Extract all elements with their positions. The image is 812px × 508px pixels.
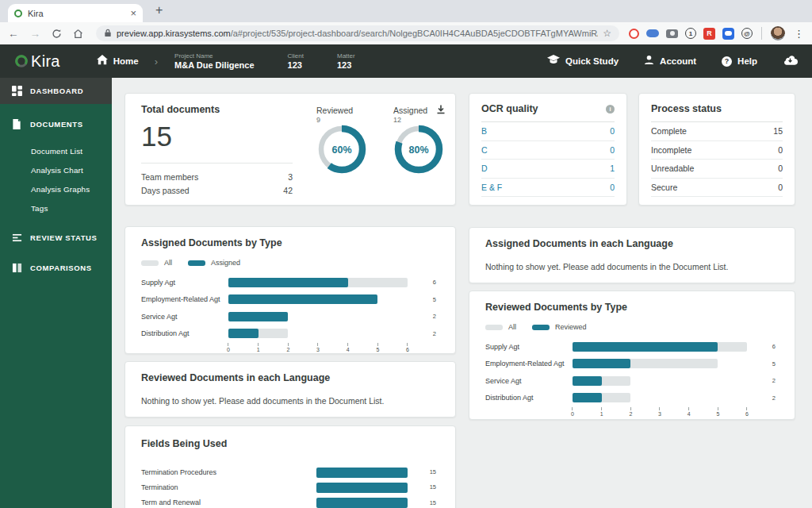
assigned-by-type-chart: AllAssignedSupply Agt6Employment-Related… bbox=[141, 259, 439, 356]
card-title: Process status bbox=[651, 103, 722, 114]
forward-icon[interactable]: → bbox=[30, 28, 41, 40]
graduation-cap-icon bbox=[547, 54, 560, 68]
sidebar-nav: DASHBOARDDOCUMENTSDocument ListAnalysis … bbox=[0, 78, 112, 508]
legend-swatch bbox=[532, 325, 550, 330]
svg-text:80%: 80% bbox=[408, 144, 428, 156]
browser-tab[interactable]: Kira × bbox=[8, 4, 143, 22]
sidebar-item-comparisons[interactable]: COMPARISONS bbox=[0, 255, 112, 281]
sidebar-item-analysis-chart[interactable]: Analysis Chart bbox=[0, 160, 112, 179]
reviewed-documents-by-type-card: Reviewed Documents by Type AllReviewedSu… bbox=[469, 291, 795, 420]
kira-favicon-icon bbox=[14, 10, 22, 17]
table-row[interactable]: C0 bbox=[481, 141, 615, 160]
download-button[interactable] bbox=[435, 104, 446, 118]
chart-bar-row: Distribution Agt2 bbox=[141, 325, 439, 343]
assigned-documents-language-card: Assigned Documents in each Language Noth… bbox=[469, 227, 795, 283]
kira-logo[interactable]: Kira bbox=[14, 52, 60, 71]
address-bar[interactable]: preview.app.kirasystems.com/a#project/53… bbox=[96, 25, 619, 41]
extension-circle-icon[interactable] bbox=[629, 29, 639, 39]
browser-tab-strip: Kira × + bbox=[0, 0, 812, 22]
chart-title: Reviewed Documents in each Language bbox=[141, 372, 439, 383]
matter-label: Matter bbox=[337, 52, 355, 60]
extension-key-icon[interactable] bbox=[646, 29, 659, 37]
cloud-download-icon bbox=[783, 54, 798, 68]
sidebar-item-dashboard[interactable]: DASHBOARD bbox=[0, 78, 112, 104]
comparisons-icon bbox=[12, 263, 23, 273]
divider bbox=[141, 163, 293, 164]
info-icon[interactable]: i bbox=[606, 105, 615, 114]
chart-bar-row: Service Agt2 bbox=[141, 308, 439, 325]
review-status-icon bbox=[12, 233, 23, 243]
donut-reviewed: Reviewed960% bbox=[316, 106, 367, 205]
extension-chat-icon[interactable] bbox=[722, 28, 734, 40]
reviewed-by-type-chart: AllReviewedSupply Agt6Employment-Related… bbox=[485, 323, 779, 421]
help-button[interactable]: ? Help bbox=[722, 56, 757, 67]
sidebar-item-label: Document List bbox=[31, 147, 82, 156]
project-name-value: M&A Due Diligence bbox=[174, 60, 254, 70]
empty-state-message: Nothing to show yet. Please add document… bbox=[485, 262, 779, 271]
chart-bar-row: Termination15 bbox=[141, 479, 439, 495]
client-block: Client 123 bbox=[288, 52, 304, 70]
sidebar-item-label: REVIEW STATUS bbox=[30, 233, 98, 242]
sidebar-item-tags[interactable]: Tags bbox=[0, 198, 112, 217]
client-value: 123 bbox=[288, 60, 304, 70]
sidebar-item-documents[interactable]: DOCUMENTS bbox=[0, 111, 112, 137]
table-row[interactable]: D1 bbox=[481, 160, 615, 179]
profile-avatar[interactable] bbox=[771, 26, 785, 40]
back-icon[interactable]: ← bbox=[8, 28, 19, 40]
tab-close-icon[interactable]: × bbox=[130, 8, 136, 18]
empty-state-message: Nothing to show yet. Please add document… bbox=[141, 396, 439, 406]
project-name-label: Project Name bbox=[174, 52, 254, 60]
chart-bar-row: Employment-Related Agt5 bbox=[141, 291, 439, 309]
extension-camera-icon[interactable] bbox=[666, 29, 678, 38]
fields-being-used-chart: Termination Procedures15Termination15Ter… bbox=[141, 464, 439, 508]
toolbar-divider bbox=[761, 27, 762, 40]
card-title: Total documents bbox=[141, 104, 293, 115]
table-row: Secure0 bbox=[651, 179, 783, 198]
browser-window: Kira × + ← → preview.app.kirasystems.com… bbox=[0, 0, 812, 508]
table-row: Incomplete0 bbox=[651, 141, 783, 160]
help-icon: ? bbox=[722, 56, 732, 67]
fields-being-used-card: Fields Being Used Termination Procedures… bbox=[124, 425, 456, 508]
summary-stats: Team members3Days passed42 bbox=[141, 170, 293, 197]
extension-r-icon[interactable]: R bbox=[703, 28, 715, 40]
account-button[interactable]: Account bbox=[644, 54, 696, 68]
home-link[interactable]: Home bbox=[113, 56, 139, 66]
legend-swatch bbox=[188, 260, 205, 266]
cloud-download-button[interactable] bbox=[783, 54, 798, 68]
reload-icon[interactable] bbox=[52, 29, 62, 39]
chart-bar-row: Service Agt2 bbox=[485, 372, 779, 390]
person-icon bbox=[644, 54, 654, 68]
breadcrumb: Home › bbox=[97, 54, 168, 68]
donut-assigned: Assigned1280% bbox=[393, 106, 444, 205]
chart-title: Reviewed Documents by Type bbox=[485, 302, 779, 313]
bookmark-star-icon[interactable]: ☆ bbox=[603, 28, 611, 39]
sidebar-item-review-status[interactable]: REVIEW STATUS bbox=[0, 225, 112, 251]
table-row[interactable]: B0 bbox=[481, 122, 615, 141]
chart-bar-row: Term and Renewal15 bbox=[141, 495, 439, 508]
card-title: OCR quality bbox=[481, 103, 538, 114]
browser-toolbar: ← → preview.app.kirasystems.com/a#projec… bbox=[0, 22, 812, 44]
home-icon[interactable] bbox=[73, 29, 83, 39]
table-row[interactable]: E & F0 bbox=[481, 179, 615, 198]
donut-group: Reviewed960%Assigned1280% bbox=[293, 104, 444, 205]
table-row: Complete15 bbox=[651, 122, 783, 141]
home-nav-icon[interactable] bbox=[97, 54, 108, 68]
ocr-rows: B0C0D1E & F0 bbox=[481, 122, 615, 197]
chart-x-axis: 0123456 bbox=[485, 406, 779, 421]
browser-menu-icon[interactable]: ⋮ bbox=[794, 28, 804, 40]
chart-bar-row: Termination Procedures15 bbox=[141, 464, 439, 479]
dashboard-icon bbox=[12, 86, 23, 96]
quick-study-button[interactable]: Quick Study bbox=[547, 54, 619, 68]
extension-circled-one-icon[interactable]: 1 bbox=[685, 28, 696, 39]
url-text: preview.app.kirasystems.com/a#project/53… bbox=[117, 29, 598, 38]
sidebar-item-document-list[interactable]: Document List bbox=[0, 141, 112, 160]
summary-stat-row: Team members3 bbox=[141, 170, 293, 183]
legend-swatch bbox=[141, 260, 159, 266]
extension-at-icon[interactable]: @ bbox=[741, 28, 753, 39]
new-tab-button[interactable]: + bbox=[155, 3, 163, 17]
chart-title: Assigned Documents by Type bbox=[141, 237, 439, 248]
chart-legend: AllReviewed bbox=[485, 323, 779, 331]
chart-bar-row: Distribution Agt2 bbox=[485, 390, 779, 407]
sidebar-item-analysis-graphs[interactable]: Analysis Graphs bbox=[0, 179, 112, 198]
extensions-row: 1 R @ ⋮ bbox=[629, 26, 804, 40]
